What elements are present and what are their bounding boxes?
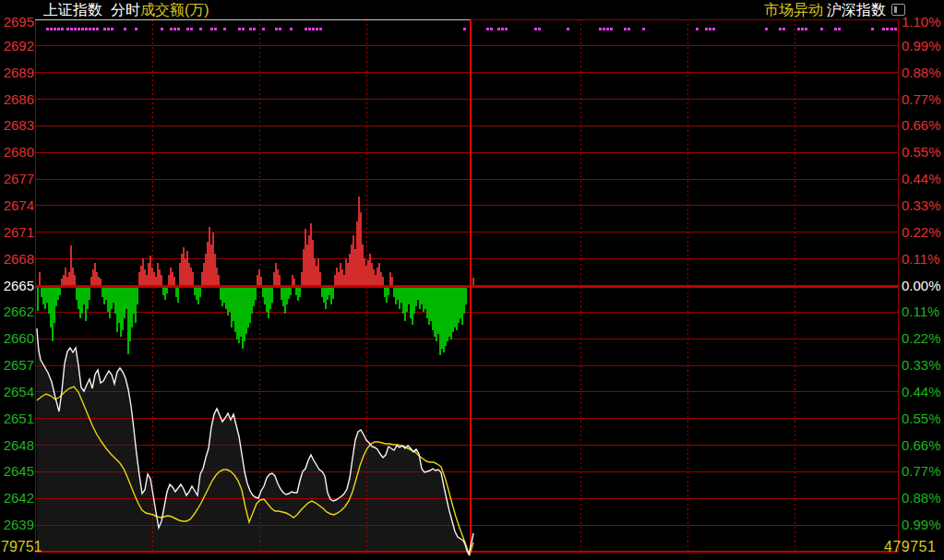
- right-axis-label: 0.55%: [902, 146, 941, 159]
- event-dot: [199, 28, 202, 30]
- event-dot: [290, 28, 293, 30]
- event-dot: [312, 28, 315, 30]
- event-dot: [262, 28, 265, 30]
- event-dot: [319, 28, 322, 30]
- left-axis-label: 2680: [0, 146, 34, 159]
- event-dot: [486, 28, 489, 30]
- event-dot: [696, 28, 699, 30]
- event-dot: [610, 28, 613, 30]
- event-dot: [253, 28, 256, 30]
- right-axis-label: 0.88%: [902, 66, 941, 79]
- left-axis-label: 2686: [0, 93, 34, 106]
- right-axis-label: 0.33%: [902, 199, 941, 212]
- right-axis-label: 0.11%: [902, 305, 939, 318]
- event-dot: [599, 28, 602, 30]
- right-axis-label: 0.66%: [902, 119, 941, 132]
- volume-scale-label-right: 479751: [884, 540, 936, 554]
- event-dot: [305, 28, 307, 30]
- event-dot: [57, 28, 60, 30]
- event-dot: [627, 28, 630, 30]
- event-dot: [89, 28, 91, 30]
- event-dot: [765, 28, 768, 30]
- event-dot: [186, 28, 189, 30]
- right-axis-label: 0.33%: [902, 359, 941, 372]
- right-axis-label: 0.44%: [902, 386, 941, 399]
- right-axis-label: 1.10%: [902, 16, 941, 29]
- right-axis-label: 0.88%: [902, 492, 941, 505]
- event-dot: [497, 28, 500, 30]
- left-axis-label: 2674: [0, 199, 34, 212]
- right-axis-label: 0.77%: [902, 93, 941, 106]
- event-dot: [805, 28, 807, 30]
- event-dot: [779, 28, 782, 30]
- event-dot: [107, 28, 110, 30]
- event-dot: [92, 28, 95, 30]
- event-dot: [308, 28, 311, 30]
- event-dot: [214, 28, 217, 30]
- app-window: 上证指数 分时 成交额(万) 市场异动 沪深指数 26951.10%26920.…: [0, 0, 944, 560]
- left-axis-label: 2639: [0, 518, 34, 531]
- left-axis-label: 2645: [0, 465, 34, 478]
- event-dot: [463, 28, 466, 30]
- event-dot: [61, 28, 64, 30]
- event-dot: [705, 28, 708, 30]
- event-dot: [838, 28, 841, 30]
- left-axis-zero-label: 2665: [0, 280, 34, 292]
- event-dot: [111, 28, 114, 30]
- event-dot: [501, 28, 504, 30]
- right-axis-label: 0.99%: [902, 518, 941, 531]
- event-dot: [797, 28, 800, 30]
- event-dot: [783, 28, 785, 30]
- event-dot: [606, 28, 609, 30]
- event-dot: [871, 28, 874, 30]
- event-dot: [624, 28, 627, 30]
- event-dot: [642, 28, 645, 30]
- event-dot: [54, 28, 56, 30]
- right-axis-zero-label: 0.00%: [902, 280, 941, 292]
- left-axis-label: 2651: [0, 412, 34, 425]
- left-axis-label: 2657: [0, 359, 34, 372]
- volume-scale-label-left: 79751: [1, 540, 42, 554]
- event-dot: [567, 28, 569, 30]
- right-axis-label: 0.99%: [902, 40, 941, 53]
- event-dot: [223, 28, 226, 30]
- event-dot: [279, 28, 281, 30]
- event-dot: [66, 28, 69, 30]
- left-axis-label: 2695: [0, 16, 34, 29]
- event-dot: [490, 28, 493, 30]
- left-axis-label: 2692: [0, 40, 34, 53]
- event-dot: [190, 28, 193, 30]
- left-axis-label: 2683: [0, 119, 34, 132]
- event-dot: [538, 28, 541, 30]
- event-dot: [96, 28, 99, 30]
- left-axis-label: 2671: [0, 226, 34, 239]
- left-axis-label: 2660: [0, 332, 34, 345]
- left-axis-label: 2662: [0, 305, 34, 318]
- event-dot: [249, 28, 252, 30]
- event-dot: [603, 28, 605, 30]
- event-dot: [50, 28, 53, 30]
- left-axis-label: 2648: [0, 439, 34, 452]
- right-axis-label: 0.22%: [902, 226, 941, 239]
- event-dot: [74, 28, 77, 30]
- price-area-fill: [37, 328, 473, 554]
- event-dot: [894, 28, 897, 30]
- event-dot: [85, 28, 88, 30]
- event-dot: [238, 28, 241, 30]
- left-axis-label: 2668: [0, 253, 34, 266]
- event-dot: [81, 28, 84, 30]
- minute-chart-canvas[interactable]: [0, 0, 944, 560]
- event-dot: [78, 28, 80, 30]
- event-dot: [124, 28, 126, 30]
- right-axis-label: 0.44%: [902, 173, 941, 185]
- event-dot: [242, 28, 245, 30]
- event-dot: [820, 28, 823, 30]
- right-axis-label: 0.11%: [902, 253, 939, 266]
- event-dot: [534, 28, 537, 30]
- right-axis-label: 0.55%: [902, 412, 941, 425]
- event-dot: [103, 28, 106, 30]
- right-axis-label: 0.66%: [902, 439, 941, 452]
- event-dot: [170, 28, 173, 30]
- event-dot: [210, 28, 213, 30]
- left-axis-label: 2654: [0, 386, 34, 399]
